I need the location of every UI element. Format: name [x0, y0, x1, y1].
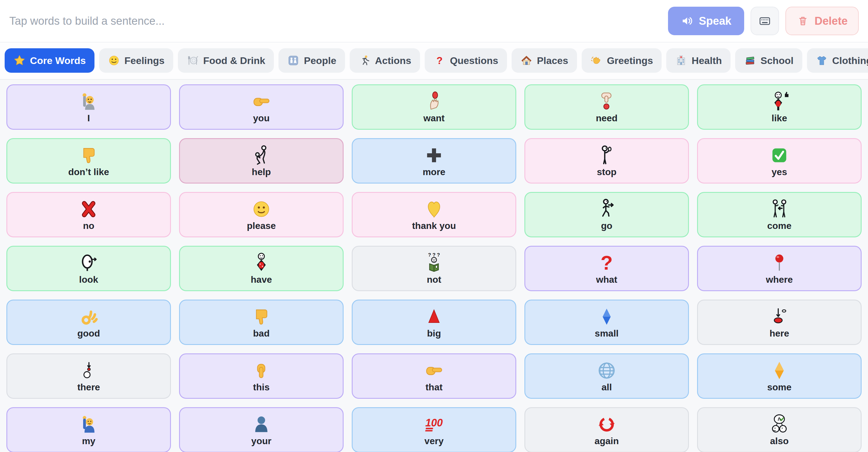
word-tile-stop[interactable]: stop [524, 138, 689, 184]
word-tile-where[interactable]: where [697, 246, 862, 291]
tab-school[interactable]: School [735, 48, 802, 73]
speak-button-label: Speak [699, 15, 732, 27]
word-tile-help[interactable]: help [179, 138, 344, 184]
word-tile-want[interactable]: want [352, 84, 516, 130]
word-tile-my[interactable]: my [6, 407, 171, 452]
word-label: thank you [412, 221, 456, 231]
word-tile-yes[interactable]: yes [697, 138, 862, 184]
check-mark-icon [768, 144, 790, 167]
repeat-arrows-icon [596, 413, 618, 435]
word-label: your [251, 436, 271, 446]
tab-people[interactable]: People [278, 48, 345, 73]
tab-label: School [761, 55, 793, 66]
word-label: my [82, 436, 95, 446]
tab-greetings[interactable]: Greetings [582, 48, 662, 73]
word-tile-like[interactable]: like [697, 84, 862, 130]
sentence-toolbar: Speak Delete [0, 0, 868, 42]
orange-diamond-icon [768, 360, 790, 382]
word-label: look [79, 275, 98, 285]
word-tile-good[interactable]: good [6, 300, 171, 345]
tab-actions[interactable]: Actions [350, 48, 420, 73]
arrow-to-spot-icon [768, 306, 790, 328]
hand-point-dot-icon [596, 90, 618, 113]
tab-label: Greetings [607, 55, 653, 66]
word-tile-that[interactable]: that [352, 353, 516, 399]
figure-thumbs-up-icon [768, 90, 790, 113]
word-tile-again[interactable]: again [524, 407, 689, 452]
hand-reaching-icon [423, 90, 445, 113]
tab-core-words[interactable]: Core Words [5, 48, 94, 73]
word-tile-go[interactable]: go [524, 192, 689, 237]
word-tile-big[interactable]: big [352, 300, 516, 345]
delete-button-label: Delete [814, 15, 848, 27]
word-tile-you[interactable]: you [179, 84, 344, 130]
question-mark-icon: ? [433, 54, 446, 67]
word-tile-please[interactable]: please [179, 192, 344, 237]
waving-hand-icon [590, 54, 602, 67]
delete-button[interactable]: Delete [785, 7, 859, 35]
tab-food-drink[interactable]: Food & Drink [178, 48, 274, 73]
word-label: good [77, 328, 100, 338]
word-tile-need[interactable]: need [524, 84, 689, 130]
tab-places[interactable]: Places [512, 48, 577, 73]
tab-label: Clothing [832, 55, 868, 66]
speaker-icon [681, 14, 693, 27]
tab-questions[interactable]: ? Questions [425, 48, 507, 73]
word-tile-look[interactable]: look [6, 246, 171, 291]
word-label: don’t like [68, 167, 109, 177]
keyboard-button[interactable] [750, 7, 779, 35]
round-pushpin-icon [768, 252, 790, 274]
word-tile-your[interactable]: your [179, 407, 344, 452]
word-tile-don-t-like[interactable]: don’t like [6, 138, 171, 184]
speak-button[interactable]: Speak [668, 7, 744, 35]
shirt-icon [816, 54, 828, 67]
word-tile-there[interactable]: there [6, 353, 171, 399]
tab-label: Food & Drink [203, 55, 265, 66]
tab-health[interactable]: Health [666, 48, 731, 73]
word-tile-small[interactable]: small [524, 300, 689, 345]
hospital-icon [675, 54, 687, 67]
word-tile-more[interactable]: more [352, 138, 516, 184]
word-grid: I you want need like don’t like help mor… [0, 80, 868, 452]
word-tile-bad[interactable]: bad [179, 300, 344, 345]
word-tile-come[interactable]: come [697, 192, 862, 237]
pointing-down-icon [250, 360, 272, 382]
tab-feelings[interactable]: Feelings [99, 48, 173, 73]
word-label: what [596, 275, 617, 285]
ok-hand-icon [78, 306, 100, 328]
house-icon [520, 54, 532, 67]
tab-label: Places [537, 55, 568, 66]
thumbs-down-icon [250, 306, 272, 328]
tab-clothing[interactable]: Clothing [807, 48, 868, 73]
word-label: that [426, 382, 443, 392]
word-label: not [427, 275, 441, 285]
word-tile-also[interactable]: also [697, 407, 862, 452]
word-tile-all[interactable]: all [524, 353, 689, 399]
word-tile-i[interactable]: I [6, 84, 171, 130]
yellow-heart-icon [423, 198, 445, 220]
word-tile-here[interactable]: here [697, 300, 862, 345]
figure-have-icon [250, 252, 272, 274]
word-label: all [601, 382, 612, 392]
word-label: bad [253, 328, 270, 338]
word-tile-some[interactable]: some [697, 353, 862, 399]
word-tile-very[interactable]: 100 very [352, 407, 516, 452]
word-tile-thank-you[interactable]: thank you [352, 192, 516, 237]
word-tile-what[interactable]: ? what [524, 246, 689, 291]
word-tile-this[interactable]: this [179, 353, 344, 399]
word-tile-no[interactable]: no [6, 192, 171, 237]
word-label: no [83, 221, 94, 231]
tab-label: Feelings [124, 55, 164, 66]
sentence-input[interactable] [9, 15, 661, 27]
tab-label: Actions [375, 55, 411, 66]
word-tile-have[interactable]: have [179, 246, 344, 291]
word-label: small [595, 328, 619, 338]
word-tile-not[interactable]: ? ? ? not [352, 246, 516, 291]
globe-icon [596, 360, 618, 382]
word-label: I [88, 113, 90, 123]
figure-halt-icon [596, 144, 618, 167]
pointing-right-icon [423, 360, 445, 382]
person-raising-hand-blue-icon [78, 413, 100, 435]
pointing-right-icon [250, 90, 272, 113]
word-label: stop [597, 167, 617, 177]
